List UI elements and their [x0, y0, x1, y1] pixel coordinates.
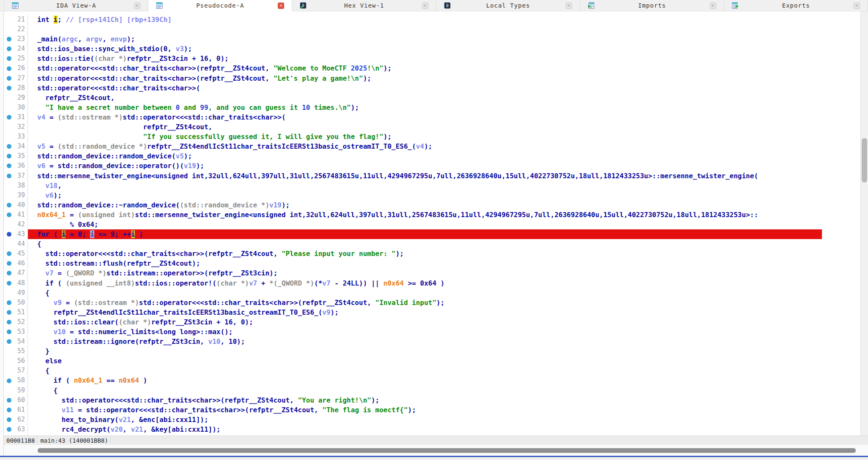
vertical-scrollbar[interactable] — [860, 11, 868, 436]
breakpoint-dot-icon[interactable] — [7, 427, 11, 432]
breakpoint-dot-icon[interactable] — [7, 320, 11, 324]
code-text[interactable]: std::ios_base::sync_with_stdio(0, v3); — [27, 44, 860, 54]
code-line-31[interactable]: 31v4 = (std::ostream *)std::operator<<<s… — [4, 112, 860, 122]
breakpoint-dot-icon[interactable] — [7, 174, 11, 178]
code-line-22[interactable]: 22 — [4, 24, 860, 34]
gutter-dot-space[interactable] — [4, 24, 14, 34]
code-line-41[interactable]: 41n0x64_1 = (unsigned int)std::mersenne_… — [4, 210, 860, 220]
code-text[interactable]: refptr__ZSt4endlIcSt11char_traitsIcEERSt… — [27, 308, 860, 317]
code-text[interactable]: std::mersenne_twister_engine<unsigned in… — [27, 171, 860, 181]
breakpoint-dot-icon[interactable] — [7, 212, 11, 217]
tab-imports[interactable]: Imports✕ — [580, 0, 724, 11]
code-text[interactable]: if ( n0x64_1 == n0x64 ) — [27, 376, 860, 385]
breakpoint-dot[interactable] — [4, 161, 14, 171]
breakpoint-dot[interactable] — [4, 425, 14, 434]
breakpoint-dot[interactable] — [4, 278, 14, 288]
breakpoint-dot[interactable] — [4, 327, 14, 337]
code-line-27[interactable]: 27std::operator<<<std::char_traits<char>… — [4, 73, 860, 83]
breakpoint-dot-icon[interactable] — [7, 144, 11, 149]
code-text[interactable]: std::ios::tie((char *)refptr__ZSt3cin + … — [27, 54, 860, 63]
code-line-48[interactable]: 48 if ( (unsigned __int8)std::ios::opera… — [4, 278, 860, 288]
code-text[interactable]: { — [27, 288, 860, 298]
breakpoint-dot-icon[interactable] — [7, 300, 11, 305]
breakpoint-dot-icon[interactable] — [7, 310, 11, 315]
code-text[interactable]: "I have a secret number between 0 and 99… — [27, 103, 860, 112]
code-text[interactable]: std::istream::ignore(refptr__ZSt3cin, v1… — [27, 337, 860, 346]
gutter-dot-space[interactable] — [4, 386, 14, 395]
code-text[interactable]: % 0x64; — [27, 220, 860, 229]
code-line-49[interactable]: 49 { — [4, 288, 860, 298]
tab-local-types[interactable]: 0Local Types✕ — [436, 0, 580, 11]
code-text[interactable]: v10 = std::numeric_limits<long long>::ma… — [27, 327, 860, 337]
breakpoint-dot-icon[interactable] — [7, 261, 11, 266]
gutter-dot-space[interactable] — [4, 181, 14, 191]
code-text[interactable]: std::ostream::flush(refptr__ZSt4cout); — [27, 259, 860, 268]
breakpoint-dot[interactable] — [4, 337, 14, 346]
breakpoint-dot-icon[interactable] — [7, 66, 11, 71]
code-line-29[interactable]: 29 refptr__ZSt4cout, — [4, 93, 860, 103]
breakpoint-dot[interactable] — [4, 259, 14, 268]
code-line-43[interactable]: 43for ( i = 0; i <= 9; ++i ) — [4, 229, 860, 239]
code-text[interactable]: std::random_device::~random_device((std:… — [27, 200, 860, 210]
code-text[interactable]: int i; // [rsp+141Ch] [rbp+139Ch] — [27, 15, 860, 24]
code-text[interactable]: _main(argc, argv, envp); — [27, 34, 860, 44]
gutter-dot-space[interactable] — [4, 346, 14, 356]
code-line-47[interactable]: 47 v7 = (_QWORD *)std::istream::operator… — [4, 268, 860, 278]
code-text[interactable]: v7 = (_QWORD *)std::istream::operator>>(… — [27, 268, 860, 278]
code-line-21[interactable]: 21int i; // [rsp+141Ch] [rbp+139Ch] — [4, 15, 860, 24]
breakpoint-dot[interactable] — [4, 142, 14, 151]
breakpoint-dot[interactable] — [4, 268, 14, 278]
code-text[interactable]: std::operator<<<std::char_traits<char>>(… — [27, 249, 860, 259]
gutter-dot-space[interactable] — [4, 356, 14, 366]
code-line-59[interactable]: 59 { — [4, 386, 860, 395]
breakpoint-dot[interactable] — [4, 405, 14, 415]
gutter-dot-space[interactable] — [4, 239, 14, 249]
tab-close-icon[interactable]: ✕ — [854, 3, 860, 9]
breakpoint-dot[interactable] — [4, 249, 14, 259]
breakpoint-dot[interactable] — [4, 44, 14, 54]
code-line-44[interactable]: 44{ — [4, 239, 860, 249]
tab-ida-view-a[interactable]: IDA View-A✕ — [4, 0, 148, 11]
code-line-40[interactable]: 40std::random_device::~random_device((st… — [4, 200, 860, 210]
code-line-45[interactable]: 45 std::operator<<<std::char_traits<char… — [4, 249, 860, 259]
tab-close-icon[interactable]: ✕ — [566, 3, 572, 9]
breakpoint-dot-icon[interactable] — [7, 86, 11, 90]
breakpoint-dot-icon[interactable] — [7, 76, 11, 81]
code-line-46[interactable]: 46 std::ostream::flush(refptr__ZSt4cout)… — [4, 259, 860, 268]
code-text[interactable]: v5 = (std::random_device *)refptr__ZSt4e… — [27, 142, 860, 151]
breakpoint-dot-icon[interactable] — [7, 232, 11, 237]
code-text[interactable]: { — [27, 366, 860, 376]
code-text[interactable]: rc4_decrypt(v20, v21, &key[abi:cxx11]); — [27, 425, 860, 434]
breakpoint-dot[interactable] — [4, 73, 14, 83]
breakpoint-dot-icon[interactable] — [7, 46, 11, 51]
gutter-dot-space[interactable] — [4, 191, 14, 200]
code-text[interactable]: { — [27, 386, 860, 395]
breakpoint-dot[interactable] — [4, 395, 14, 405]
horizontal-scrollbar[interactable] — [4, 445, 868, 456]
code-text[interactable]: std::operator<<<std::char_traits<char>>(… — [27, 73, 860, 83]
code-line-53[interactable]: 53 v10 = std::numeric_limits<long long>:… — [4, 327, 860, 337]
pseudocode-view[interactable]: 21int i; // [rsp+141Ch] [rbp+139Ch]2223_… — [4, 11, 860, 436]
breakpoint-dot-icon[interactable] — [7, 271, 11, 275]
code-line-30[interactable]: 30 "I have a secret number between 0 and… — [4, 103, 860, 112]
code-text[interactable]: refptr__ZSt4cout, — [27, 93, 860, 103]
code-text[interactable]: for ( i = 0; i <= 9; ++i ) — [27, 229, 860, 239]
code-line-50[interactable]: 50 v9 = (std::ostream *)std::operator<<<… — [4, 298, 860, 308]
code-text[interactable]: std::random_device::random_device(v5); — [27, 151, 860, 161]
gutter-dot-space[interactable] — [4, 103, 14, 112]
code-text[interactable]: std::operator<<<std::char_traits<char>>( — [27, 83, 860, 93]
horizontal-scrollbar-thumb[interactable] — [38, 448, 856, 453]
code-line-25[interactable]: 25std::ios::tie((char *)refptr__ZSt3cin … — [4, 54, 860, 63]
breakpoint-dot[interactable] — [4, 298, 14, 308]
code-line-35[interactable]: 35std::random_device::random_device(v5); — [4, 151, 860, 161]
code-line-63[interactable]: 63 rc4_decrypt(v20, v21, &key[abi:cxx11]… — [4, 425, 860, 434]
gutter-dot-space[interactable] — [4, 15, 14, 24]
code-text[interactable]: v11 = std::operator<<<std::char_traits<c… — [27, 405, 860, 415]
code-text[interactable]: { — [27, 239, 860, 249]
code-text[interactable]: std::operator<<<std::char_traits<char>>(… — [27, 395, 860, 405]
code-text[interactable] — [27, 24, 860, 34]
code-text[interactable]: v9 = (std::ostream *)std::operator<<<std… — [27, 298, 860, 308]
breakpoint-dot[interactable] — [4, 376, 14, 385]
code-line-51[interactable]: 51 refptr__ZSt4endlIcSt11char_traitsIcEE… — [4, 308, 860, 317]
code-line-24[interactable]: 24std::ios_base::sync_with_stdio(0, v3); — [4, 44, 860, 54]
